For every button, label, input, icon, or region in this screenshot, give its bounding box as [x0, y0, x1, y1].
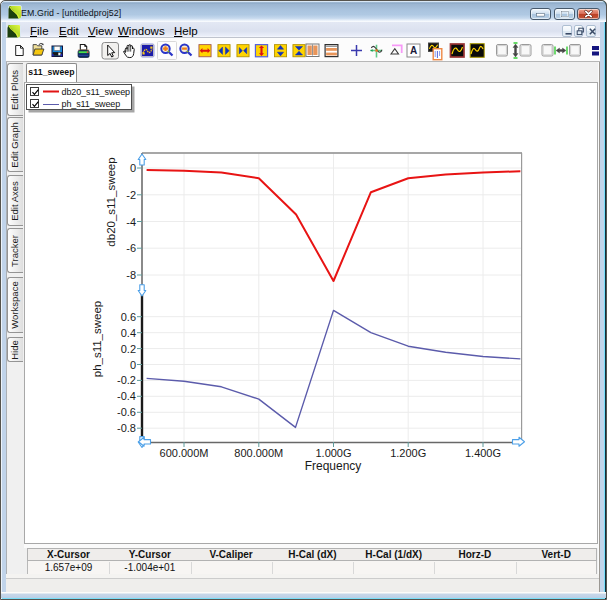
svg-text:600.000M: 600.000M	[160, 447, 209, 459]
svg-text:0: 0	[130, 359, 136, 371]
svg-text:-4: -4	[126, 216, 136, 228]
svg-text:-0.8: -0.8	[117, 422, 136, 434]
svg-text:0: 0	[130, 162, 136, 174]
svg-text:-2: -2	[126, 189, 136, 201]
svg-text:1.000G: 1.000G	[315, 447, 351, 459]
svg-text:ph_s11_sweep: ph_s11_sweep	[91, 301, 103, 378]
svg-text:1.200G: 1.200G	[390, 447, 426, 459]
svg-text:800.000M: 800.000M	[234, 447, 283, 459]
svg-text:-6: -6	[126, 242, 136, 254]
svg-text:0.4: 0.4	[121, 327, 136, 339]
svg-text:-8: -8	[126, 269, 136, 281]
svg-text:0.2: 0.2	[121, 343, 136, 355]
svg-text:0.6: 0.6	[121, 311, 136, 323]
svg-text:db20_s11_sweep: db20_s11_sweep	[105, 157, 117, 246]
svg-text:Frequency: Frequency	[305, 459, 362, 473]
svg-text:1.400G: 1.400G	[465, 447, 501, 459]
svg-text:-0.4: -0.4	[117, 390, 136, 402]
svg-text:-0.6: -0.6	[117, 406, 136, 418]
svg-text:-0.2: -0.2	[117, 374, 136, 386]
